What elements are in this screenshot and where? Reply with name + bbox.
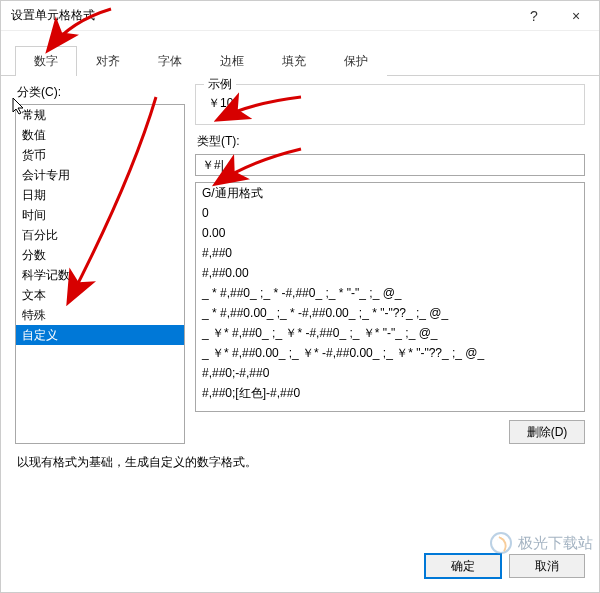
format-item[interactable]: #,##0 <box>196 243 584 263</box>
format-list[interactable]: G/通用格式00.00#,##0#,##0.00_ * #,##0_ ;_ * … <box>195 182 585 412</box>
tab-font[interactable]: 字体 <box>139 46 201 76</box>
tab-bar: 数字 对齐 字体 边框 填充 保护 <box>1 31 599 76</box>
format-item[interactable]: _ ￥* #,##0_ ;_ ￥* -#,##0_ ;_ ￥* "-"_ ;_ … <box>196 323 584 343</box>
format-cells-dialog: 设置单元格格式 ? × 数字 对齐 字体 边框 填充 保护 分类(C): 常规数… <box>0 0 600 593</box>
category-item[interactable]: 日期 <box>16 185 184 205</box>
category-pane: 分类(C): 常规数值货币会计专用日期时间百分比分数科学记数文本特殊自定义 <box>15 84 185 444</box>
sample-box: ￥10 <box>195 84 585 125</box>
category-label: 分类(C): <box>17 84 185 101</box>
tab-number[interactable]: 数字 <box>15 46 77 76</box>
category-item[interactable]: 百分比 <box>16 225 184 245</box>
format-item[interactable]: #,##0;-#,##0 <box>196 363 584 383</box>
format-item[interactable]: 0.00 <box>196 223 584 243</box>
format-item[interactable]: _ ￥* #,##0.00_ ;_ ￥* -#,##0.00_ ;_ ￥* "-… <box>196 343 584 363</box>
category-item[interactable]: 文本 <box>16 285 184 305</box>
hint-text: 以现有格式为基础，生成自定义的数字格式。 <box>17 454 585 471</box>
category-item[interactable]: 特殊 <box>16 305 184 325</box>
tab-alignment[interactable]: 对齐 <box>77 46 139 76</box>
sample-value: ￥10 <box>208 95 572 112</box>
help-button[interactable]: ? <box>513 2 555 30</box>
format-item[interactable]: #,##0.00 <box>196 263 584 283</box>
upper-area: 分类(C): 常规数值货币会计专用日期时间百分比分数科学记数文本特殊自定义 ￥1… <box>15 84 585 444</box>
format-item[interactable]: 0 <box>196 203 584 223</box>
watermark-text: 极光下载站 <box>518 534 593 553</box>
tab-fill[interactable]: 填充 <box>263 46 325 76</box>
type-label: 类型(T): <box>197 133 585 150</box>
delete-button[interactable]: 删除(D) <box>509 420 585 444</box>
category-item[interactable]: 常规 <box>16 105 184 125</box>
tab-border[interactable]: 边框 <box>201 46 263 76</box>
close-button[interactable]: × <box>555 2 597 30</box>
category-item[interactable]: 时间 <box>16 205 184 225</box>
format-item[interactable]: G/通用格式 <box>196 183 584 203</box>
format-item[interactable]: #,##0;[红色]-#,##0 <box>196 383 584 403</box>
watermark-logo-icon <box>490 532 512 554</box>
category-item[interactable]: 数值 <box>16 125 184 145</box>
dialog-body: 分类(C): 常规数值货币会计专用日期时间百分比分数科学记数文本特殊自定义 ￥1… <box>1 76 599 544</box>
category-item[interactable]: 会计专用 <box>16 165 184 185</box>
category-item[interactable]: 自定义 <box>16 325 184 345</box>
category-list[interactable]: 常规数值货币会计专用日期时间百分比分数科学记数文本特殊自定义 <box>15 104 185 444</box>
ok-button[interactable]: 确定 <box>425 554 501 578</box>
format-item[interactable]: _ * #,##0.00_ ;_ * -#,##0.00_ ;_ * "-"??… <box>196 303 584 323</box>
watermark: 极光下载站 <box>490 532 593 554</box>
category-item[interactable]: 货币 <box>16 145 184 165</box>
details-pane: ￥10 类型(T): G/通用格式00.00#,##0#,##0.00_ * #… <box>195 84 585 444</box>
dialog-title: 设置单元格格式 <box>11 7 513 24</box>
cancel-button[interactable]: 取消 <box>509 554 585 578</box>
titlebar: 设置单元格格式 ? × <box>1 1 599 31</box>
category-item[interactable]: 分数 <box>16 245 184 265</box>
tab-protection[interactable]: 保护 <box>325 46 387 76</box>
category-item[interactable]: 科学记数 <box>16 265 184 285</box>
type-input[interactable] <box>195 154 585 176</box>
format-item[interactable]: _ * #,##0_ ;_ * -#,##0_ ;_ * "-"_ ;_ @_ <box>196 283 584 303</box>
delete-row: 删除(D) <box>195 420 585 444</box>
